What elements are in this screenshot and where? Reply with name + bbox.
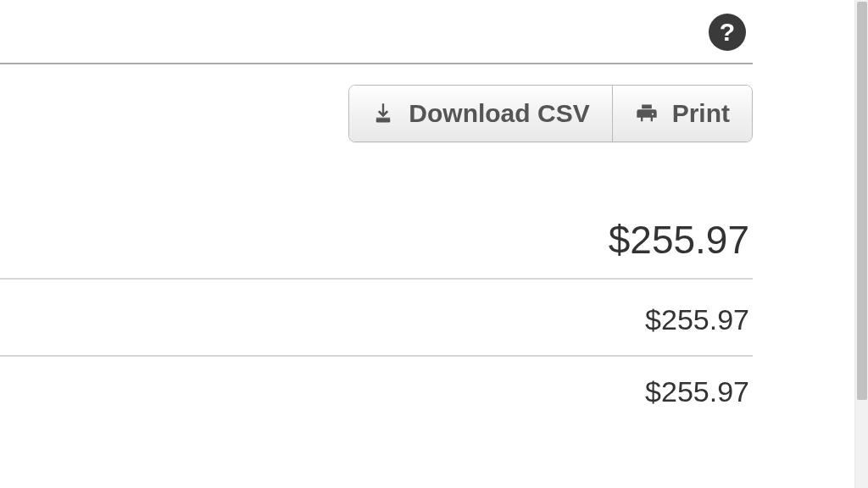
download-csv-label: Download CSV	[409, 99, 589, 128]
help-icon: ?	[720, 19, 735, 45]
download-icon	[371, 102, 395, 125]
toolbar: Download CSV Print	[0, 64, 753, 163]
svg-rect-0	[376, 119, 390, 123]
print-button[interactable]: Print	[612, 86, 752, 141]
download-csv-button[interactable]: Download CSV	[349, 86, 611, 141]
help-button[interactable]: ?	[709, 14, 746, 51]
amount-value-1: $255.97	[609, 218, 749, 262]
amount-value-2: $255.97	[645, 303, 749, 336]
print-icon	[635, 102, 659, 125]
amount-rows: $255.97 $255.97 $255.97	[0, 163, 753, 427]
amount-value-3: $255.97	[645, 375, 749, 408]
print-label: Print	[672, 99, 730, 128]
amount-row-2: $255.97	[0, 280, 753, 357]
header-bar: ?	[0, 0, 753, 64]
amount-row-1: $255.97	[0, 163, 753, 280]
scrollbar-track[interactable]	[854, 0, 868, 488]
scrollbar-thumb[interactable]	[857, 2, 867, 400]
button-group: Download CSV Print	[348, 85, 753, 142]
amount-row-3: $255.97	[0, 357, 753, 427]
page-content: ? Download CSV Print $255	[0, 0, 854, 488]
